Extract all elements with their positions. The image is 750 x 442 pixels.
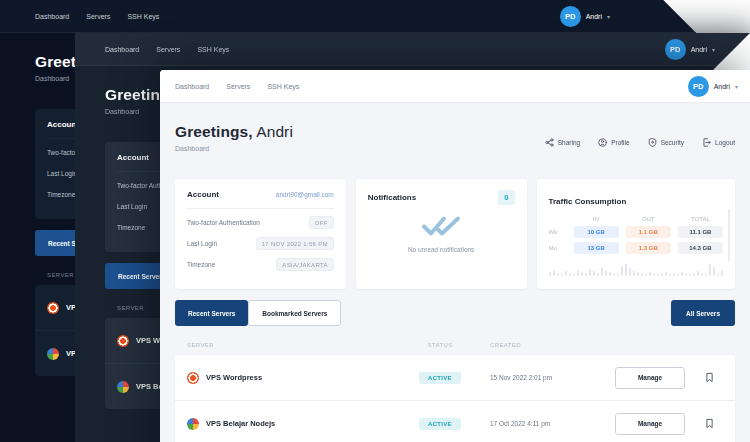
traffic-card-title: Traffic Consumption (549, 197, 627, 206)
user-menu[interactable]: PD Andri ▾ (688, 76, 738, 97)
share-icon (545, 138, 554, 147)
table-header: SERVER STATUS CREATED (175, 342, 735, 348)
created-date: 17 Oct 2022 4:11 pm (490, 420, 605, 427)
traffic-sparkline (549, 262, 724, 276)
top-navbar: Dashboard Servers SSH Keys PD Andri ▾ (75, 33, 750, 66)
logout-icon (702, 138, 711, 147)
account-row-2fa: Two-factor Authentication OFF (187, 212, 334, 233)
greeting-block: Greetings, Andri Dashboard (175, 123, 293, 152)
chevron-down-icon: ▾ (607, 13, 610, 20)
notifications-count-badge: 0 (498, 190, 514, 205)
summary-cards: Account andri90@gmail.com Two-factor Aut… (175, 179, 735, 289)
scrollbar[interactable] (728, 209, 730, 261)
nodejs-icon (187, 418, 199, 430)
avatar: PD (665, 39, 686, 60)
notifications-card-title: Notifications (368, 193, 416, 202)
traffic-month-in: 13 GB (574, 242, 619, 254)
nav-link-servers[interactable]: Servers (156, 46, 180, 53)
sharing-button[interactable]: Sharing (545, 138, 580, 147)
user-name: Andri (714, 83, 730, 90)
server-tabs: Recent Servers Bookmarked Servers (175, 300, 341, 326)
nav-link-dashboard[interactable]: Dashboard (105, 46, 139, 53)
traffic-week-total: 11.1 GB (678, 226, 723, 238)
table-row: VPS Wordpress ACTIVE 15 Nov 2022 2:01 pm… (175, 355, 735, 401)
timezone-badge: ASIA/JAKARTA (276, 258, 333, 271)
profile-icon (598, 138, 607, 147)
chevron-down-icon: ▾ (712, 46, 715, 53)
page-body: Greetings, Andri Dashboard Sharing Profi… (160, 123, 750, 442)
nav-link-servers[interactable]: Servers (226, 83, 250, 90)
nav-link-ssh-keys[interactable]: SSH Keys (267, 83, 299, 90)
notifications-card: Notifications 0 No unread notifications (356, 179, 527, 289)
ubuntu-icon (47, 302, 59, 314)
top-navbar: Dashboard Servers SSH Keys PD Andri ▾ (0, 0, 700, 33)
nav-links: Dashboard Servers SSH Keys (105, 46, 229, 53)
logout-button[interactable]: Logout (702, 138, 735, 147)
nodejs-icon (117, 381, 129, 393)
account-email-link[interactable]: andri90@gmail.com (276, 191, 334, 198)
nav-link-dashboard[interactable]: Dashboard (35, 13, 69, 20)
security-button[interactable]: Security (648, 138, 684, 147)
avatar: PD (688, 76, 709, 97)
account-row-last-login: Last Login 17 NOV 2022 1:56 PM (187, 233, 334, 254)
servers-table: VPS Wordpress ACTIVE 15 Nov 2022 2:01 pm… (175, 355, 735, 442)
manage-button[interactable]: Manage (615, 413, 685, 435)
traffic-month-total: 14.3 GB (678, 242, 723, 254)
mockup-stage: Dashboard Servers SSH Keys PD Andri ▾ Gr… (0, 0, 750, 442)
status-badge: ACTIVE (419, 372, 461, 384)
manage-button[interactable]: Manage (615, 367, 685, 389)
account-card: Account andri90@gmail.com Two-factor Aut… (175, 179, 346, 289)
user-menu[interactable]: PD Andri ▾ (665, 39, 715, 60)
nav-links: Dashboard Servers SSH Keys (35, 13, 159, 20)
double-check-icon (421, 215, 461, 238)
account-row-timezone: Timezone ASIA/JAKARTA (187, 254, 334, 275)
top-navbar: Dashboard Servers SSH Keys PD Andri ▾ (160, 70, 750, 103)
profile-button[interactable]: Profile (598, 138, 629, 147)
bookmark-icon[interactable] (695, 418, 723, 429)
nav-link-ssh-keys[interactable]: SSH Keys (127, 13, 159, 20)
security-icon (648, 138, 657, 147)
page-title: Greetings, Andri (175, 123, 293, 141)
avatar: PD (560, 6, 581, 27)
quick-actions: Sharing Profile Security Logout (545, 138, 735, 152)
server-name: VPS Wordpress (187, 372, 390, 384)
created-date: 15 Nov 2022 2:01 pm (490, 374, 605, 381)
2fa-status-badge: OFF (309, 216, 334, 229)
hero-section: Greetings, Andri Dashboard Sharing Profi… (175, 123, 735, 152)
status-badge: ACTIVE (419, 418, 461, 430)
account-card-title: Account (117, 153, 149, 162)
nav-links: Dashboard Servers SSH Keys (175, 83, 299, 90)
tab-recent-servers[interactable]: Recent Servers (175, 300, 248, 326)
traffic-week-in: 10 GB (574, 226, 619, 238)
nav-link-servers[interactable]: Servers (86, 13, 110, 20)
notifications-empty-text: No unread notifications (408, 246, 475, 253)
dashboard: Dashboard Servers SSH Keys PD Andri ▾ Gr… (160, 70, 750, 442)
bookmark-icon[interactable] (695, 372, 723, 383)
account-card-title: Account (47, 120, 79, 129)
ubuntu-icon (187, 372, 199, 384)
user-name: Andri (586, 13, 602, 20)
traffic-month-out: 1.3 GB (626, 242, 671, 254)
user-name: Andri (691, 46, 707, 53)
last-login-badge: 17 NOV 2022 1:56 PM (256, 237, 334, 250)
nav-link-dashboard[interactable]: Dashboard (175, 83, 209, 90)
table-row: VPS Belajar Nodejs ACTIVE 17 Oct 2022 4:… (175, 401, 735, 442)
server-name: VPS Belajar Nodejs (187, 418, 390, 430)
traffic-table: IN OUT TOTAL Wk 10 GB 1.1 GB 11.1 GB Mo … (549, 216, 724, 254)
nodejs-icon (47, 348, 59, 360)
chevron-down-icon: ▾ (735, 83, 738, 90)
nav-link-ssh-keys[interactable]: SSH Keys (197, 46, 229, 53)
ubuntu-icon (117, 335, 129, 347)
foreground-dashboard: Dashboard Servers SSH Keys PD Andri ▾ Gr… (160, 70, 750, 442)
traffic-card: Traffic Consumption IN OUT TOTAL Wk 10 G… (537, 179, 736, 289)
page-subtitle: Dashboard (175, 145, 293, 152)
traffic-week-out: 1.1 GB (626, 226, 671, 238)
all-servers-button[interactable]: All Servers (671, 300, 735, 326)
account-card-title: Account (187, 190, 219, 199)
servers-toolbar: Recent Servers Bookmarked Servers All Se… (175, 300, 735, 326)
tab-bookmarked-servers[interactable]: Bookmarked Servers (248, 300, 341, 326)
user-menu[interactable]: PD Andri ▾ (560, 6, 610, 27)
